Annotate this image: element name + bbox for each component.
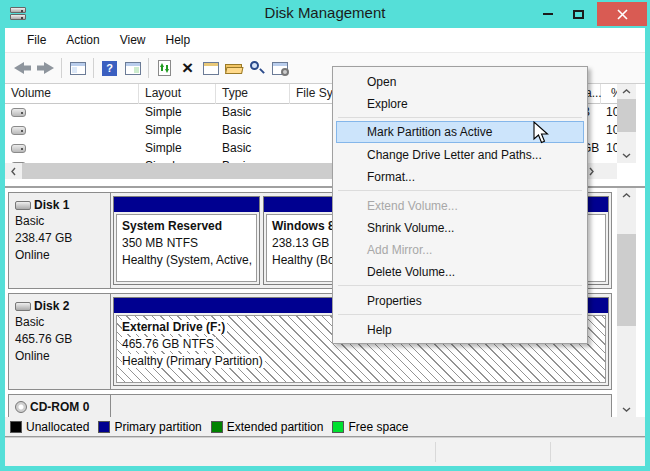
legend-label: Free space — [348, 420, 408, 434]
column-header-type[interactable]: Type — [216, 84, 290, 104]
volume-list-scrollbar[interactable] — [617, 84, 636, 163]
cell-layout: Simple — [145, 141, 182, 155]
disk-type: Basic — [15, 315, 104, 330]
menu-item-help[interactable]: Help — [336, 318, 584, 340]
status-divider — [435, 442, 436, 462]
disk-size: 238.47 GB — [15, 231, 104, 246]
menu-separator — [338, 190, 582, 191]
help-icon: ? — [102, 61, 117, 76]
scroll-down-button[interactable] — [617, 148, 636, 163]
help-button[interactable]: ? — [98, 56, 121, 80]
cell-layout: Simple — [145, 123, 182, 137]
back-icon — [14, 62, 31, 74]
menu-file[interactable]: File — [17, 33, 56, 47]
primary-partition-bar — [114, 197, 259, 212]
partition-title: System Reserved — [122, 218, 251, 235]
cell-type: Basic — [222, 105, 251, 119]
disk-size: 465.76 GB — [15, 332, 104, 347]
legend-bar: Unallocated Primary partition Extended p… — [5, 417, 645, 437]
menu-item-shrink-volume[interactable]: Shrink Volume... — [336, 216, 584, 238]
legend-label: Extended partition — [227, 420, 324, 434]
scroll-left-button[interactable] — [5, 163, 21, 179]
menu-view[interactable]: View — [110, 33, 156, 47]
status-bar — [5, 437, 645, 466]
legend-label: Unallocated — [26, 420, 89, 434]
menu-item-properties[interactable]: Properties — [336, 289, 584, 311]
disk-name: Disk 1 — [34, 198, 69, 212]
maximize-button[interactable] — [563, 2, 593, 26]
disk1-label[interactable]: Disk 1 Basic 238.47 GB Online — [9, 193, 111, 288]
toolbar-separator — [93, 58, 94, 78]
menu-separator — [338, 314, 582, 315]
disk-name: CD-ROM 0 — [30, 400, 89, 414]
open-button[interactable] — [222, 56, 245, 80]
forward-button[interactable] — [34, 56, 57, 80]
column-header-layout[interactable]: Layout — [139, 84, 216, 104]
find-icon — [249, 60, 265, 76]
menu-item-add-mirror: Add Mirror... — [336, 238, 584, 260]
menu-bar: File Action View Help — [5, 28, 645, 52]
volume-icon — [11, 126, 26, 135]
partition-size: 350 MB NTFS — [122, 235, 251, 252]
scroll-down-button[interactable] — [617, 402, 636, 417]
delete-icon: × — [182, 61, 193, 75]
volume-icon — [11, 108, 26, 117]
partition-title: External Drive (F:) — [122, 320, 227, 334]
scroll-up-button[interactable] — [617, 84, 636, 99]
close-icon — [617, 9, 628, 20]
menu-separator — [338, 285, 582, 286]
legend-item: Free space — [332, 420, 408, 434]
cell-percent: 10 — [606, 141, 617, 155]
delete-button[interactable]: × — [176, 56, 199, 80]
minimize-icon — [543, 13, 553, 15]
status-divider — [550, 442, 551, 462]
menu-item-delete-volume[interactable]: Delete Volume... — [336, 260, 584, 282]
menu-help[interactable]: Help — [156, 33, 201, 47]
cdrom-row: CD-ROM 0 DVD (E:) — [8, 394, 612, 417]
cdrom-label[interactable]: CD-ROM 0 DVD (E:) — [9, 395, 111, 417]
disk-icon — [15, 302, 31, 311]
refresh-button[interactable] — [153, 56, 176, 80]
scroll-up-button[interactable] — [617, 188, 636, 203]
vertical-scroll-thumb[interactable] — [617, 99, 636, 132]
disk-management-window: Disk Management File Action View Help — [0, 0, 650, 471]
cell-percent: 10 — [606, 123, 617, 137]
disk-pane-scrollbar[interactable] — [617, 188, 636, 417]
close-button[interactable] — [597, 2, 647, 26]
action-pane-icon — [125, 62, 141, 75]
column-header-percent[interactable]: % — [605, 84, 617, 104]
menu-action[interactable]: Action — [56, 33, 109, 47]
properties-button[interactable] — [199, 56, 222, 80]
cell-percent: 10 — [606, 105, 617, 119]
menu-item-explore[interactable]: Explore — [336, 92, 584, 114]
disk-icon — [15, 201, 31, 210]
partition-status: Healthy (Primary Partition) — [122, 354, 265, 368]
find-button[interactable] — [245, 56, 268, 80]
manage-button[interactable] — [268, 56, 291, 80]
properties-icon — [203, 62, 219, 75]
menu-item-extend-volume: Extend Volume... — [336, 194, 584, 216]
legend-label: Primary partition — [114, 420, 201, 434]
menu-item-open[interactable]: Open — [336, 70, 584, 92]
vertical-scroll-thumb[interactable] — [617, 234, 636, 326]
show-console-tree-button[interactable] — [66, 56, 89, 80]
legend-swatch-unallocated — [10, 421, 22, 433]
toolbar-separator — [148, 58, 149, 78]
volume-icon — [11, 144, 26, 153]
cell-layout: Simple — [145, 105, 182, 119]
scroll-down-icon — [622, 153, 631, 158]
manage-gear-icon — [272, 62, 288, 75]
disk2-label[interactable]: Disk 2 Basic 465.76 GB Online — [9, 294, 111, 389]
cd-icon — [15, 401, 27, 413]
show-action-pane-button[interactable] — [121, 56, 144, 80]
scroll-up-icon — [622, 193, 631, 198]
back-button[interactable] — [11, 56, 34, 80]
disk-name: Disk 2 — [34, 299, 69, 313]
menu-separator — [338, 117, 582, 118]
partition-system-reserved[interactable]: System Reserved 350 MB NTFS Healthy (Sys… — [113, 196, 260, 285]
minimize-button[interactable] — [533, 2, 563, 26]
column-header-volume[interactable]: Volume — [5, 84, 139, 104]
window-controls — [533, 0, 647, 28]
menu-item-format[interactable]: Format... — [336, 165, 584, 187]
refresh-icon — [158, 60, 171, 76]
